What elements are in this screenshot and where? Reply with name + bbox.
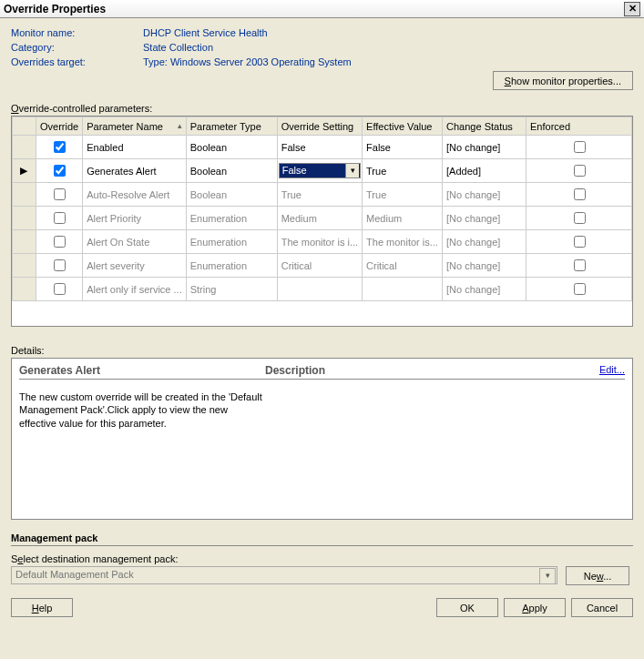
details-description-heading: Description xyxy=(265,364,625,380)
enforced-checkbox[interactable] xyxy=(574,188,586,200)
mp-select-label: Select destination management pack: xyxy=(11,553,633,564)
window-title: Override Properties xyxy=(4,3,106,15)
col-override[interactable]: Override xyxy=(36,117,82,136)
overrides-target-label: Overrides target: xyxy=(11,56,143,67)
cell-name: Enabled xyxy=(83,136,187,159)
override-checkbox[interactable] xyxy=(54,141,66,153)
col-parameter-name[interactable]: Parameter Name xyxy=(83,117,187,136)
cell-change: [No change] xyxy=(443,254,526,278)
table-row[interactable]: Alert PriorityEnumerationMediumMedium[No… xyxy=(13,207,632,230)
apply-button[interactable]: Apply xyxy=(504,598,566,617)
override-checkbox[interactable] xyxy=(54,188,66,200)
cell-change: [Added] xyxy=(443,159,526,183)
overrides-target-value: Type: Windows Server 2003 Operating Syst… xyxy=(143,56,352,67)
cell-name: Alert only if service ... xyxy=(83,278,187,301)
enforced-checkbox[interactable] xyxy=(574,141,586,153)
cell-effective: Critical xyxy=(363,254,443,278)
table-row[interactable]: Alert severityEnumerationCriticalCritica… xyxy=(13,254,632,278)
cell-setting: Medium xyxy=(277,207,362,230)
edit-link[interactable]: Edit... xyxy=(599,364,625,375)
grid-corner xyxy=(13,117,36,136)
cell-setting: True xyxy=(277,183,362,207)
details-parameter-name: Generates Alert xyxy=(19,364,265,380)
cell-setting: The monitor is i... xyxy=(277,230,362,254)
cell-name: Alert On State xyxy=(83,230,187,254)
cell-name: Generates Alert xyxy=(83,159,187,183)
cell-name: Auto-Resolve Alert xyxy=(83,183,187,207)
col-enforced[interactable]: Enforced xyxy=(526,117,632,136)
cell-setting: False xyxy=(277,136,362,159)
cell-type: Boolean xyxy=(186,136,277,159)
titlebar: Override Properties ✕ xyxy=(0,0,644,18)
col-parameter-type[interactable]: Parameter Type xyxy=(186,117,277,136)
table-row[interactable]: EnabledBooleanFalseFalse[No change] xyxy=(13,136,632,159)
details-body: The new custom override will be created … xyxy=(19,390,265,430)
category-value: State Collection xyxy=(143,42,213,53)
close-icon[interactable]: ✕ xyxy=(624,2,640,16)
override-checkbox[interactable] xyxy=(54,165,66,177)
override-params-label: Override-controlled parameters: xyxy=(11,103,633,114)
management-pack-selected: Default Management Pack xyxy=(15,569,134,580)
col-effective-value[interactable]: Effective Value xyxy=(363,117,443,136)
cell-change: [No change] xyxy=(443,278,526,301)
category-label: Category: xyxy=(11,42,143,53)
row-header xyxy=(13,278,36,301)
cell-name: Alert Priority xyxy=(83,207,187,230)
cell-type: Boolean xyxy=(186,183,277,207)
cancel-button[interactable]: Cancel xyxy=(571,598,633,617)
show-monitor-properties-button[interactable]: Show monitor properties... xyxy=(493,71,633,90)
cell-type: Enumeration xyxy=(186,230,277,254)
table-row[interactable]: Alert only if service ...String[No chang… xyxy=(13,278,632,301)
enforced-checkbox[interactable] xyxy=(574,165,586,177)
cell-effective: The monitor is... xyxy=(363,230,443,254)
details-panel: Generates Alert The new custom override … xyxy=(11,358,633,520)
override-checkbox[interactable] xyxy=(54,283,66,295)
cell-name: Alert severity xyxy=(83,254,187,278)
cell-effective: False xyxy=(363,136,443,159)
table-row[interactable]: ▶Generates AlertBooleanFalseTrue[Added] xyxy=(13,159,632,183)
cell-type: String xyxy=(186,278,277,301)
details-label: Details: xyxy=(11,345,633,356)
ok-button[interactable]: OK xyxy=(436,598,498,617)
help-button[interactable]: Help xyxy=(11,598,73,617)
management-pack-select[interactable]: Default Management Pack xyxy=(11,566,557,584)
monitor-name-label: Monitor name: xyxy=(11,27,143,38)
cell-type: Boolean xyxy=(186,159,277,183)
cell-effective: Medium xyxy=(363,207,443,230)
cell-change: [No change] xyxy=(443,183,526,207)
enforced-checkbox[interactable] xyxy=(574,236,586,248)
col-override-setting[interactable]: Override Setting xyxy=(277,117,362,136)
monitor-name-value: DHCP Client Service Health xyxy=(143,27,268,38)
col-change-status[interactable]: Change Status xyxy=(443,117,526,136)
override-checkbox[interactable] xyxy=(54,259,66,271)
cell-change: [No change] xyxy=(443,207,526,230)
new-management-pack-button[interactable]: New... xyxy=(566,566,629,585)
row-header xyxy=(13,136,36,159)
row-header xyxy=(13,254,36,278)
cell-effective: True xyxy=(363,183,443,207)
parameters-grid[interactable]: Override Parameter Name Parameter Type O… xyxy=(11,116,633,327)
cell-type: Enumeration xyxy=(186,207,277,230)
cell-type: Enumeration xyxy=(186,254,277,278)
cell-effective: True xyxy=(363,159,443,183)
enforced-checkbox[interactable] xyxy=(574,212,586,224)
enforced-checkbox[interactable] xyxy=(574,259,586,271)
cell-effective xyxy=(363,278,443,301)
row-header xyxy=(13,183,36,207)
management-pack-heading: Management pack xyxy=(11,532,633,546)
enforced-checkbox[interactable] xyxy=(574,283,586,295)
row-header: ▶ xyxy=(13,159,36,183)
row-header xyxy=(13,207,36,230)
cell-change: [No change] xyxy=(443,230,526,254)
override-checkbox[interactable] xyxy=(54,212,66,224)
table-row[interactable]: Auto-Resolve AlertBooleanTrueTrue[No cha… xyxy=(13,183,632,207)
row-header xyxy=(13,230,36,254)
cell-setting: Critical xyxy=(277,254,362,278)
override-checkbox[interactable] xyxy=(54,236,66,248)
cell-change: [No change] xyxy=(443,136,526,159)
override-setting-select[interactable]: False xyxy=(279,163,361,178)
table-row[interactable]: Alert On StateEnumerationThe monitor is … xyxy=(13,230,632,254)
cell-setting xyxy=(277,278,362,301)
